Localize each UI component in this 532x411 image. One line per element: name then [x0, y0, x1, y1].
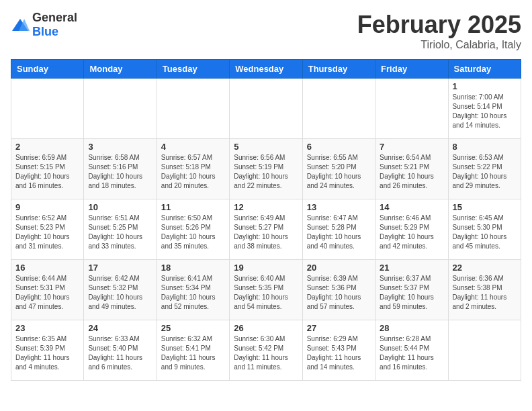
- calendar-cell: [302, 79, 375, 139]
- day-number: 20: [307, 263, 371, 273]
- day-header-sunday: Sunday: [11, 60, 84, 79]
- day-number: 14: [380, 202, 443, 212]
- month-title: February 2025: [357, 11, 521, 39]
- day-number: 25: [161, 323, 225, 333]
- day-header-saturday: Saturday: [448, 60, 521, 79]
- calendar-cell: 27Sunrise: 6:29 AM Sunset: 5:43 PM Dayli…: [302, 320, 375, 381]
- day-number: 22: [453, 263, 517, 273]
- day-number: 27: [307, 323, 371, 333]
- day-info: Sunrise: 6:56 AM Sunset: 5:19 PM Dayligh…: [234, 153, 298, 191]
- page-header: General Blue February 2025 Tiriolo, Cala…: [11, 11, 521, 51]
- day-number: 6: [307, 142, 371, 152]
- calendar-cell: 22Sunrise: 6:36 AM Sunset: 5:38 PM Dayli…: [448, 260, 521, 320]
- calendar-cell: 9Sunrise: 6:52 AM Sunset: 5:23 PM Daylig…: [11, 199, 84, 260]
- day-number: 11: [161, 202, 225, 212]
- day-info: Sunrise: 7:00 AM Sunset: 5:14 PM Dayligh…: [453, 93, 517, 130]
- calendar-cell: 18Sunrise: 6:41 AM Sunset: 5:34 PM Dayli…: [157, 260, 229, 320]
- day-info: Sunrise: 6:49 AM Sunset: 5:27 PM Dayligh…: [234, 214, 298, 251]
- calendar-cell: 11Sunrise: 6:50 AM Sunset: 5:26 PM Dayli…: [157, 199, 229, 260]
- logo-text: General Blue: [32, 11, 77, 39]
- calendar-week-row: 9Sunrise: 6:52 AM Sunset: 5:23 PM Daylig…: [11, 199, 521, 260]
- day-number: 8: [453, 142, 517, 152]
- calendar-cell: 28Sunrise: 6:28 AM Sunset: 5:44 PM Dayli…: [375, 320, 448, 381]
- calendar-cell: 21Sunrise: 6:37 AM Sunset: 5:37 PM Dayli…: [375, 260, 448, 320]
- day-info: Sunrise: 6:37 AM Sunset: 5:37 PM Dayligh…: [380, 274, 443, 312]
- calendar-week-row: 2Sunrise: 6:59 AM Sunset: 5:15 PM Daylig…: [11, 139, 521, 199]
- calendar-cell: 17Sunrise: 6:42 AM Sunset: 5:32 PM Dayli…: [84, 260, 157, 320]
- day-number: 4: [161, 142, 225, 152]
- logo: General Blue: [11, 11, 77, 39]
- calendar-cell: [84, 79, 157, 139]
- calendar-cell: [375, 79, 448, 139]
- day-number: 3: [88, 142, 152, 152]
- day-info: Sunrise: 6:46 AM Sunset: 5:29 PM Dayligh…: [380, 214, 443, 251]
- calendar-table: SundayMondayTuesdayWednesdayThursdayFrid…: [11, 59, 521, 381]
- day-info: Sunrise: 6:53 AM Sunset: 5:22 PM Dayligh…: [453, 153, 517, 191]
- day-number: 12: [234, 202, 298, 212]
- calendar-cell: [230, 79, 302, 139]
- day-number: 13: [307, 202, 371, 212]
- day-info: Sunrise: 6:47 AM Sunset: 5:28 PM Dayligh…: [307, 214, 371, 251]
- day-header-wednesday: Wednesday: [230, 60, 302, 79]
- calendar-cell: [448, 320, 521, 381]
- calendar-cell: 6Sunrise: 6:55 AM Sunset: 5:20 PM Daylig…: [302, 139, 375, 199]
- day-info: Sunrise: 6:59 AM Sunset: 5:15 PM Dayligh…: [15, 153, 79, 191]
- day-number: 17: [88, 263, 152, 273]
- day-info: Sunrise: 6:51 AM Sunset: 5:25 PM Dayligh…: [88, 214, 152, 251]
- calendar-week-row: 23Sunrise: 6:35 AM Sunset: 5:39 PM Dayli…: [11, 320, 521, 381]
- calendar-cell: 23Sunrise: 6:35 AM Sunset: 5:39 PM Dayli…: [11, 320, 84, 381]
- day-info: Sunrise: 6:29 AM Sunset: 5:43 PM Dayligh…: [307, 334, 371, 372]
- calendar-cell: 3Sunrise: 6:58 AM Sunset: 5:16 PM Daylig…: [84, 139, 157, 199]
- day-info: Sunrise: 6:28 AM Sunset: 5:44 PM Dayligh…: [380, 334, 443, 372]
- day-number: 15: [453, 202, 517, 212]
- calendar-cell: 20Sunrise: 6:39 AM Sunset: 5:36 PM Dayli…: [302, 260, 375, 320]
- day-number: 24: [88, 323, 152, 333]
- calendar-cell: 7Sunrise: 6:54 AM Sunset: 5:21 PM Daylig…: [375, 139, 448, 199]
- calendar-cell: [157, 79, 229, 139]
- calendar-cell: 26Sunrise: 6:30 AM Sunset: 5:42 PM Dayli…: [230, 320, 302, 381]
- day-info: Sunrise: 6:30 AM Sunset: 5:42 PM Dayligh…: [234, 334, 298, 372]
- logo-blue: Blue: [32, 25, 58, 38]
- day-number: 9: [15, 202, 79, 212]
- calendar-cell: 19Sunrise: 6:40 AM Sunset: 5:35 PM Dayli…: [230, 260, 302, 320]
- calendar-cell: 10Sunrise: 6:51 AM Sunset: 5:25 PM Dayli…: [84, 199, 157, 260]
- calendar-cell: 14Sunrise: 6:46 AM Sunset: 5:29 PM Dayli…: [375, 199, 448, 260]
- calendar-cell: 24Sunrise: 6:33 AM Sunset: 5:40 PM Dayli…: [84, 320, 157, 381]
- day-number: 7: [380, 142, 443, 152]
- day-info: Sunrise: 6:32 AM Sunset: 5:41 PM Dayligh…: [161, 334, 225, 372]
- title-area: February 2025 Tiriolo, Calabria, Italy: [357, 11, 521, 51]
- day-info: Sunrise: 6:52 AM Sunset: 5:23 PM Dayligh…: [15, 214, 79, 251]
- day-number: 23: [15, 323, 79, 333]
- day-number: 1: [453, 81, 517, 91]
- calendar-cell: 4Sunrise: 6:57 AM Sunset: 5:18 PM Daylig…: [157, 139, 229, 199]
- day-info: Sunrise: 6:42 AM Sunset: 5:32 PM Dayligh…: [88, 274, 152, 312]
- day-number: 26: [234, 323, 298, 333]
- day-number: 5: [234, 142, 298, 152]
- day-info: Sunrise: 6:35 AM Sunset: 5:39 PM Dayligh…: [15, 334, 79, 372]
- day-info: Sunrise: 6:39 AM Sunset: 5:36 PM Dayligh…: [307, 274, 371, 312]
- day-number: 21: [380, 263, 443, 273]
- day-info: Sunrise: 6:44 AM Sunset: 5:31 PM Dayligh…: [15, 274, 79, 312]
- day-info: Sunrise: 6:58 AM Sunset: 5:16 PM Dayligh…: [88, 153, 152, 191]
- day-info: Sunrise: 6:33 AM Sunset: 5:40 PM Dayligh…: [88, 334, 152, 372]
- calendar-cell: 5Sunrise: 6:56 AM Sunset: 5:19 PM Daylig…: [230, 139, 302, 199]
- day-header-friday: Friday: [375, 60, 448, 79]
- day-number: 18: [161, 263, 225, 273]
- logo-icon: [11, 17, 30, 32]
- day-number: 16: [15, 263, 79, 273]
- day-header-tuesday: Tuesday: [157, 60, 229, 79]
- day-info: Sunrise: 6:40 AM Sunset: 5:35 PM Dayligh…: [234, 274, 298, 312]
- day-number: 19: [234, 263, 298, 273]
- day-info: Sunrise: 6:54 AM Sunset: 5:21 PM Dayligh…: [380, 153, 443, 191]
- calendar-cell: 8Sunrise: 6:53 AM Sunset: 5:22 PM Daylig…: [448, 139, 521, 199]
- calendar-cell: 12Sunrise: 6:49 AM Sunset: 5:27 PM Dayli…: [230, 199, 302, 260]
- day-header-thursday: Thursday: [302, 60, 375, 79]
- day-info: Sunrise: 6:50 AM Sunset: 5:26 PM Dayligh…: [161, 214, 225, 251]
- calendar-week-row: 16Sunrise: 6:44 AM Sunset: 5:31 PM Dayli…: [11, 260, 521, 320]
- calendar-cell: 1Sunrise: 7:00 AM Sunset: 5:14 PM Daylig…: [448, 79, 521, 139]
- day-number: 10: [88, 202, 152, 212]
- day-info: Sunrise: 6:57 AM Sunset: 5:18 PM Dayligh…: [161, 153, 225, 191]
- calendar-cell: [11, 79, 84, 139]
- calendar-cell: 15Sunrise: 6:45 AM Sunset: 5:30 PM Dayli…: [448, 199, 521, 260]
- calendar-cell: 16Sunrise: 6:44 AM Sunset: 5:31 PM Dayli…: [11, 260, 84, 320]
